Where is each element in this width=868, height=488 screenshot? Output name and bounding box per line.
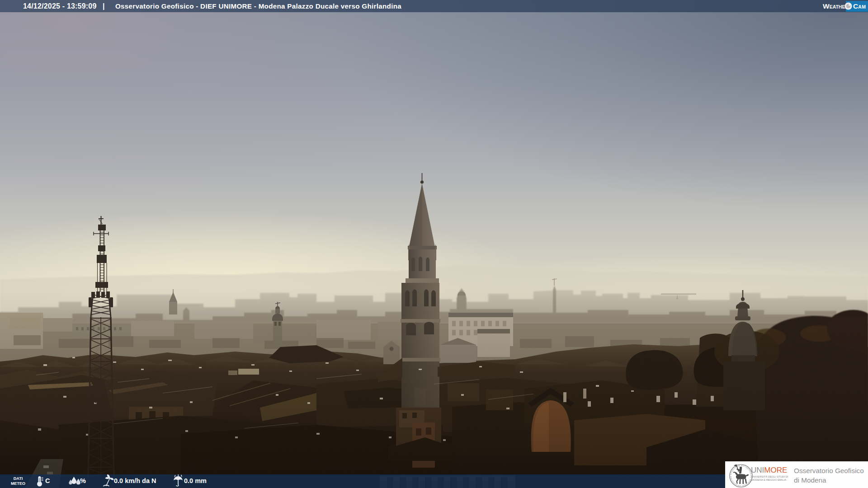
svg-text:Osservatorio Geofisico: Osservatorio Geofisico — [794, 467, 864, 474]
svg-text:di Modena: di Modena — [794, 476, 826, 484]
svg-text:UNIMORE: UNIMORE — [751, 466, 787, 474]
svg-text:UNIVERSITÀ DEGLI STUDI DI: UNIVERSITÀ DEGLI STUDI DI — [751, 475, 788, 478]
svg-text:MODENA E REGGIO EMILIA: MODENA E REGGIO EMILIA — [751, 479, 786, 481]
